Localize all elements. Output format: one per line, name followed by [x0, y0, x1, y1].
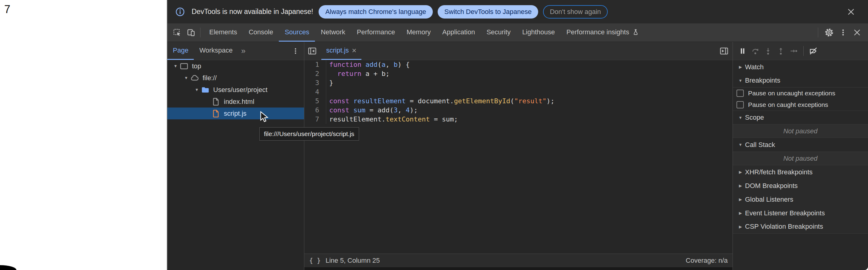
tree-item-top[interactable]: ▼top [167, 60, 304, 72]
tab-network[interactable]: Network [315, 23, 351, 41]
line-number[interactable]: 5 [304, 97, 326, 106]
toggle-debugger-icon[interactable] [718, 45, 730, 57]
code-line-content: resultElement.textContent = sum; [326, 115, 458, 124]
section-header-global-listeners[interactable]: ▶Global Listeners [733, 192, 868, 206]
line-number[interactable]: 7 [304, 115, 326, 124]
editor-tab-label: script.js [326, 47, 349, 54]
infobar-buttons: Always match Chrome's languageSwitch Dev… [318, 5, 608, 19]
kebab-menu-icon[interactable] [837, 26, 849, 38]
code-line-content: const resultElement = document.getElemen… [326, 97, 555, 106]
tab-label: Memory [407, 28, 431, 36]
tab-memory[interactable]: Memory [401, 23, 436, 41]
tree-item-script-js[interactable]: script.js [167, 108, 304, 119]
more-tabs-icon[interactable]: » [238, 42, 248, 60]
section-header-xhr-fetch-breakpoints[interactable]: ▶XHR/fetch Breakpoints [733, 165, 868, 179]
code-line-content: function add(a, b) { [326, 60, 410, 69]
navigator-kebab-icon[interactable] [289, 45, 302, 57]
tree-item-index-html[interactable]: index.html [167, 96, 304, 108]
frame-icon [180, 62, 189, 71]
coverage-label: Coverage: n/a [686, 257, 728, 265]
tab-label: Console [249, 28, 273, 36]
editor-tab-script-js[interactable]: script.js × [321, 42, 362, 60]
screen: 7 DevTools is now available in Japanese!… [0, 0, 868, 270]
dismiss-button-don-t-show-again[interactable]: Don't show again [543, 5, 608, 19]
mouse-cursor-icon [260, 111, 270, 124]
tab-elements[interactable]: Elements [204, 23, 243, 41]
tab-sources[interactable]: Sources [279, 23, 315, 41]
expanded-arrow-icon[interactable]: ▼ [193, 87, 201, 92]
section-label: CSP Violation Breakpoints [745, 222, 823, 231]
paused-status: Not paused [733, 152, 868, 165]
expanded-arrow-icon[interactable]: ▼ [182, 76, 190, 80]
line-number[interactable]: 4 [304, 87, 326, 97]
infobar-button-switch-devtools-to-japanese[interactable]: Switch DevTools to Japanese [438, 5, 538, 19]
code-editor[interactable]: 1function add(a, b) {2 return a + b;3}45… [304, 60, 733, 253]
settings-gear-icon[interactable] [823, 26, 835, 38]
code-line-content: const sum = add(3, 4); [326, 106, 417, 115]
toggle-navigator-icon[interactable] [306, 45, 318, 57]
collapsed-arrow-icon: ▶ [736, 197, 745, 202]
collapsed-arrow-icon: ▶ [736, 211, 745, 215]
code-line-content: } [326, 78, 333, 87]
tab-label: Performance [357, 28, 395, 36]
section-header-call-stack[interactable]: ▼Call Stack [733, 138, 868, 152]
tab-application[interactable]: Application [436, 23, 481, 41]
navigator-tab-workspace[interactable]: Workspace [194, 42, 238, 60]
info-icon [174, 6, 186, 18]
line-number[interactable]: 3 [304, 78, 326, 87]
section-header-event-listener-breakpoints[interactable]: ▶Event Listener Breakpoints [733, 206, 868, 220]
section-label: Global Listeners [745, 196, 793, 204]
checkbox-row-pause-on-caught-exceptions[interactable]: Pause on caught exceptions [733, 99, 868, 111]
panel-tabs: ElementsConsoleSourcesNetworkPerformance… [204, 23, 645, 41]
checkbox-row-pause-on-uncaught-exceptions[interactable]: Pause on uncaught exceptions [733, 87, 868, 99]
collapsed-arrow-icon: ▶ [736, 224, 745, 229]
tab-security[interactable]: Security [481, 23, 516, 41]
devtools-window: DevTools is now available in Japanese! A… [167, 0, 868, 270]
checkbox-unchecked[interactable] [737, 101, 744, 109]
checkbox-unchecked[interactable] [737, 90, 744, 97]
tab-console[interactable]: Console [243, 23, 279, 41]
section-header-csp-violation-breakpoints[interactable]: ▶CSP Violation Breakpoints [733, 220, 868, 234]
section-label: Watch [745, 63, 764, 71]
code-line: 2 return a + b; [304, 69, 733, 78]
debugger-toolbar-divider [803, 46, 804, 56]
debugger-sidebar: ▶Watch▼BreakpointsPause on uncaught exce… [733, 42, 868, 270]
collapsed-arrow-icon: ▶ [736, 183, 745, 188]
infobar-button-always-match-chrome-s-language[interactable]: Always match Chrome's language [318, 5, 433, 19]
editor-pane: script.js × 1function add(a, b) {2 retur… [304, 42, 733, 270]
line-number[interactable]: 6 [304, 106, 326, 115]
tab-close-icon[interactable]: × [352, 47, 356, 54]
step-over-icon[interactable] [749, 45, 762, 57]
section-header-breakpoints[interactable]: ▼Breakpoints [733, 74, 868, 87]
step-out-icon[interactable] [775, 45, 787, 57]
tab-performance[interactable]: Performance [351, 23, 401, 41]
navigator-tab-page[interactable]: Page [167, 42, 194, 60]
expanded-arrow-icon: ▼ [736, 115, 745, 120]
navigator-tabs: PageWorkspace [167, 42, 238, 60]
infobar-message: DevTools is now available in Japanese! [192, 8, 313, 16]
pretty-print-icon[interactable]: { } [309, 257, 321, 264]
line-number[interactable]: 1 [304, 60, 326, 69]
expanded-arrow-icon[interactable]: ▼ [172, 64, 180, 68]
tooltip-text: file:///Users/user/project/script.js [264, 130, 354, 138]
page-corner-shape [0, 265, 17, 270]
pause-icon[interactable] [737, 45, 749, 57]
code-line: 4 [304, 87, 733, 97]
devtools-close-icon[interactable] [851, 26, 863, 38]
tree-item-file[interactable]: ▼file:// [167, 72, 304, 84]
step-into-icon[interactable] [762, 45, 774, 57]
device-toolbar-icon[interactable] [185, 26, 197, 38]
step-icon[interactable] [787, 45, 800, 57]
tab-label: Lighthouse [522, 28, 555, 36]
line-number[interactable]: 2 [304, 69, 326, 78]
section-header-watch[interactable]: ▶Watch [733, 60, 868, 74]
inspect-icon[interactable] [171, 26, 183, 38]
deactivate-breakpoints-icon[interactable] [807, 45, 819, 57]
tree-item-users-user-project[interactable]: ▼Users/user/project [167, 84, 304, 96]
tab-lighthouse[interactable]: Lighthouse [516, 23, 561, 41]
tab-performance-insights[interactable]: Performance insights [561, 23, 645, 41]
infobar-close-icon[interactable] [845, 6, 857, 18]
section-label: XHR/fetch Breakpoints [745, 168, 813, 176]
section-header-scope[interactable]: ▼Scope [733, 111, 868, 124]
section-header-dom-breakpoints[interactable]: ▶DOM Breakpoints [733, 179, 868, 192]
